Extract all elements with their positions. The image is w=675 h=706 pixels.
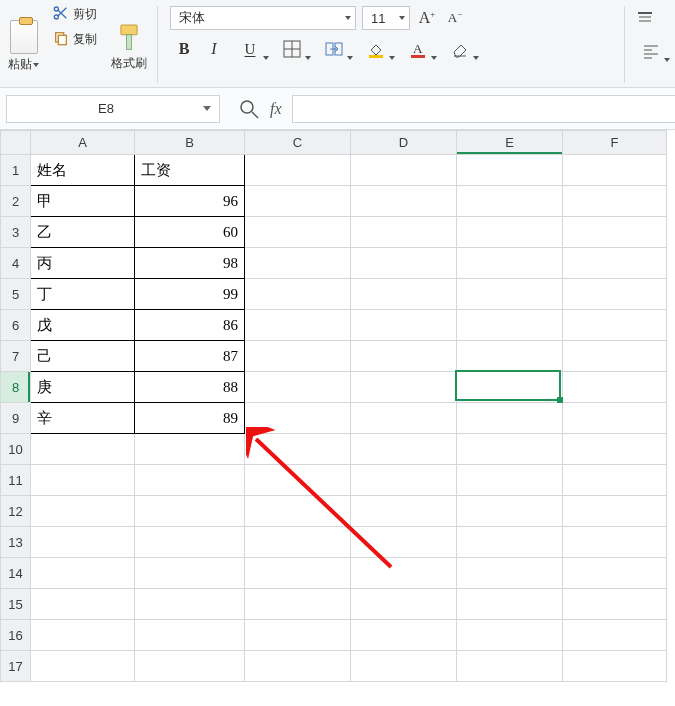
cell-D5[interactable]	[351, 279, 457, 310]
row-header-14[interactable]: 14	[1, 558, 31, 589]
cell-B3[interactable]: 60	[135, 217, 245, 248]
cell-E13[interactable]	[457, 527, 563, 558]
cell-F13[interactable]	[563, 527, 667, 558]
cell-F14[interactable]	[563, 558, 667, 589]
cell-B12[interactable]	[135, 496, 245, 527]
cell-C7[interactable]	[245, 341, 351, 372]
merge-cells-button[interactable]	[314, 36, 354, 62]
cell-C2[interactable]	[245, 186, 351, 217]
row-header-3[interactable]: 3	[1, 217, 31, 248]
cell-E5[interactable]	[457, 279, 563, 310]
cell-A5[interactable]: 丁	[31, 279, 135, 310]
cell-F12[interactable]	[563, 496, 667, 527]
borders-button[interactable]	[272, 36, 312, 62]
cell-E7[interactable]	[457, 341, 563, 372]
cell-A16[interactable]	[31, 620, 135, 651]
cell-A10[interactable]	[31, 434, 135, 465]
cell-C14[interactable]	[245, 558, 351, 589]
cell-B9[interactable]: 89	[135, 403, 245, 434]
cell-D3[interactable]	[351, 217, 457, 248]
cell-D14[interactable]	[351, 558, 457, 589]
formula-input[interactable]	[292, 95, 675, 123]
cell-D10[interactable]	[351, 434, 457, 465]
cell-A8[interactable]: 庚	[31, 372, 135, 403]
col-header-A[interactable]: A	[31, 131, 135, 155]
magnifier-icon[interactable]	[238, 98, 260, 120]
row-header-8[interactable]: 8	[1, 372, 31, 403]
col-header-F[interactable]: F	[563, 131, 667, 155]
cell-B15[interactable]	[135, 589, 245, 620]
fx-icon[interactable]: fx	[270, 100, 282, 118]
cell-C5[interactable]	[245, 279, 351, 310]
cell-B16[interactable]	[135, 620, 245, 651]
cell-A15[interactable]	[31, 589, 135, 620]
cell-D1[interactable]	[351, 155, 457, 186]
cell-B8[interactable]: 88	[135, 372, 245, 403]
cell-A11[interactable]	[31, 465, 135, 496]
cell-F9[interactable]	[563, 403, 667, 434]
cell-E15[interactable]	[457, 589, 563, 620]
cell-D13[interactable]	[351, 527, 457, 558]
italic-button[interactable]: I	[200, 36, 228, 62]
cell-A13[interactable]	[31, 527, 135, 558]
cell-A2[interactable]: 甲	[31, 186, 135, 217]
cell-D8[interactable]	[351, 372, 457, 403]
cell-F4[interactable]	[563, 248, 667, 279]
cell-D15[interactable]	[351, 589, 457, 620]
cell-C10[interactable]	[245, 434, 351, 465]
paste-button[interactable]: 粘贴	[8, 56, 39, 73]
cell-E14[interactable]	[457, 558, 563, 589]
cell-D16[interactable]	[351, 620, 457, 651]
cell-B14[interactable]	[135, 558, 245, 589]
cell-E11[interactable]	[457, 465, 563, 496]
cell-F11[interactable]	[563, 465, 667, 496]
cell-B2[interactable]: 96	[135, 186, 245, 217]
cell-E6[interactable]	[457, 310, 563, 341]
cell-C4[interactable]	[245, 248, 351, 279]
cell-B10[interactable]	[135, 434, 245, 465]
fill-color-button[interactable]	[356, 36, 396, 62]
cell-B5[interactable]: 99	[135, 279, 245, 310]
cell-B11[interactable]	[135, 465, 245, 496]
cell-C12[interactable]	[245, 496, 351, 527]
cell-F16[interactable]	[563, 620, 667, 651]
cell-C13[interactable]	[245, 527, 351, 558]
row-header-12[interactable]: 12	[1, 496, 31, 527]
cell-A6[interactable]: 戊	[31, 310, 135, 341]
cell-F7[interactable]	[563, 341, 667, 372]
cell-A1[interactable]: 姓名	[31, 155, 135, 186]
cell-E8[interactable]	[457, 372, 563, 403]
col-header-E[interactable]: E	[457, 131, 563, 155]
col-header-B[interactable]: B	[135, 131, 245, 155]
cell-E17[interactable]	[457, 651, 563, 682]
font-name-select[interactable]: 宋体	[170, 6, 356, 30]
increase-font-button[interactable]: A+	[416, 7, 438, 29]
cell-D4[interactable]	[351, 248, 457, 279]
cell-F3[interactable]	[563, 217, 667, 248]
cell-E10[interactable]	[457, 434, 563, 465]
cell-E2[interactable]	[457, 186, 563, 217]
cell-E3[interactable]	[457, 217, 563, 248]
cell-E16[interactable]	[457, 620, 563, 651]
cell-B1[interactable]: 工资	[135, 155, 245, 186]
cell-B6[interactable]: 86	[135, 310, 245, 341]
row-header-11[interactable]: 11	[1, 465, 31, 496]
cell-A4[interactable]: 丙	[31, 248, 135, 279]
format-painter-icon[interactable]	[115, 21, 143, 55]
cell-C16[interactable]	[245, 620, 351, 651]
font-size-select[interactable]: 11	[362, 6, 410, 30]
cell-F1[interactable]	[563, 155, 667, 186]
cut-button[interactable]: 剪切	[51, 4, 99, 25]
row-header-10[interactable]: 10	[1, 434, 31, 465]
row-header-17[interactable]: 17	[1, 651, 31, 682]
spreadsheet-grid[interactable]: A B C D E F 1姓名工资2甲963乙604丙985丁996戊867己8…	[0, 130, 667, 682]
cell-C3[interactable]	[245, 217, 351, 248]
cell-A17[interactable]	[31, 651, 135, 682]
paste-icon[interactable]	[10, 20, 38, 54]
cell-F17[interactable]	[563, 651, 667, 682]
cell-A3[interactable]: 乙	[31, 217, 135, 248]
cell-B7[interactable]: 87	[135, 341, 245, 372]
name-box[interactable]: E8	[6, 95, 220, 123]
cell-D6[interactable]	[351, 310, 457, 341]
cell-C6[interactable]	[245, 310, 351, 341]
